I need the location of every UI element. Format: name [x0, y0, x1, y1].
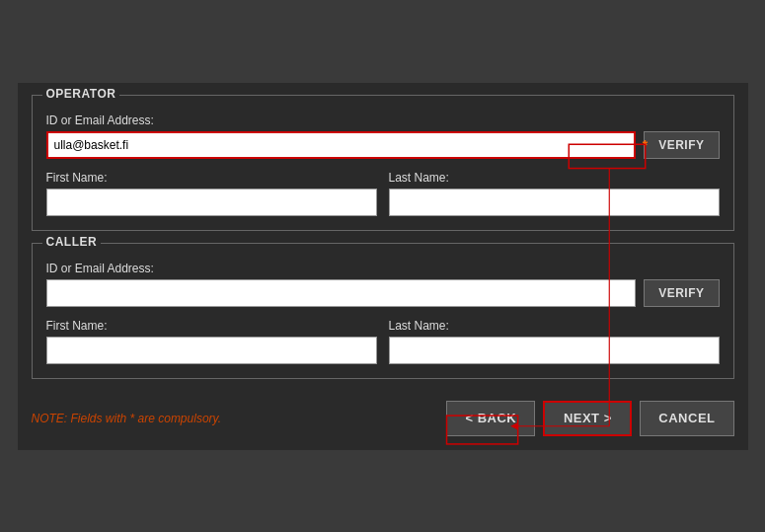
operator-first-name-label: First Name:: [46, 171, 377, 185]
caller-id-row: VERIFY: [46, 279, 720, 307]
caller-name-fields: First Name: Last Name:: [46, 311, 720, 364]
operator-last-name-label: Last Name:: [389, 171, 720, 185]
main-dialog: OPERATOR ID or Email Address: * VERIFY F…: [18, 83, 748, 450]
operator-name-fields: First Name: Last Name:: [46, 163, 720, 216]
caller-verify-button[interactable]: VERIFY: [644, 279, 719, 307]
caller-id-input-wrapper: [46, 279, 637, 307]
compulsory-note: NOTE: Fields with * are compulsory.: [32, 412, 222, 425]
required-star-operator: *: [643, 137, 648, 153]
caller-last-name-label: Last Name:: [389, 319, 720, 333]
caller-id-label: ID or Email Address:: [46, 262, 720, 275]
operator-section-title: OPERATOR: [42, 87, 120, 101]
back-button[interactable]: < BACK: [446, 401, 535, 436]
caller-section: CALLER ID or Email Address: VERIFY First…: [32, 243, 734, 379]
caller-last-name-field: Last Name:: [389, 311, 720, 364]
footer-buttons: < BACK NEXT > CANCEL: [446, 401, 733, 436]
operator-first-name-field: First Name:: [46, 163, 377, 216]
caller-last-name-input[interactable]: [389, 337, 720, 364]
operator-id-input[interactable]: [46, 131, 637, 159]
operator-section: OPERATOR ID or Email Address: * VERIFY F…: [32, 95, 734, 231]
caller-id-input[interactable]: [46, 279, 637, 307]
next-button[interactable]: NEXT >: [543, 401, 632, 436]
caller-section-title: CALLER: [42, 235, 102, 249]
caller-first-name-label: First Name:: [46, 319, 377, 333]
caller-first-name-field: First Name:: [46, 311, 377, 364]
operator-id-row: * VERIFY: [46, 131, 720, 159]
operator-first-name-input[interactable]: [46, 189, 377, 216]
caller-first-name-input[interactable]: [46, 337, 377, 364]
operator-id-label: ID or Email Address:: [46, 114, 720, 127]
operator-last-name-input[interactable]: [389, 189, 720, 216]
operator-verify-button[interactable]: VERIFY: [644, 131, 719, 159]
cancel-button[interactable]: CANCEL: [640, 401, 733, 436]
footer: NOTE: Fields with * are compulsory. < BA…: [18, 391, 748, 450]
operator-id-input-wrapper: *: [46, 131, 637, 159]
operator-last-name-field: Last Name:: [389, 163, 720, 216]
